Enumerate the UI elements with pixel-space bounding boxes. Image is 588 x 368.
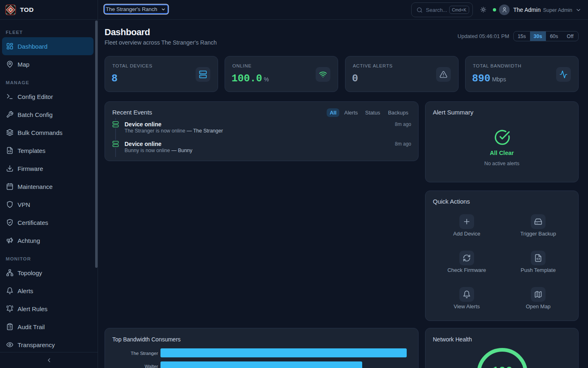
- svg-text:100: 100: [492, 365, 512, 368]
